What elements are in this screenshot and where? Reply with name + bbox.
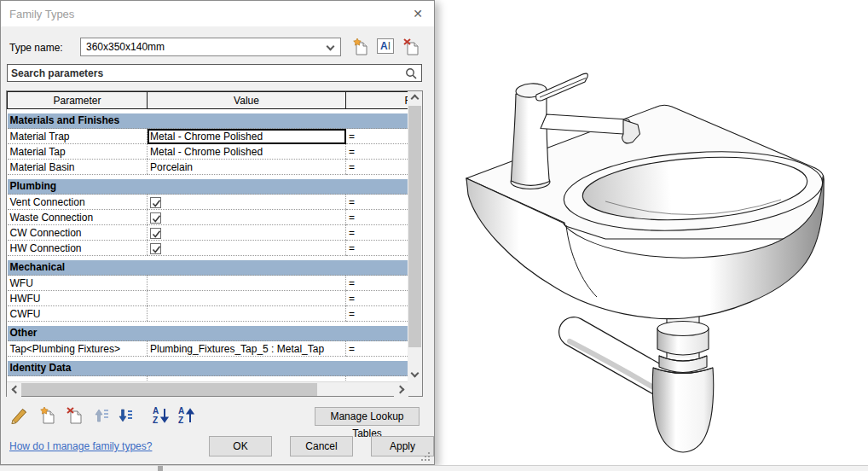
- parameter-value-cell[interactable]: Porcelain: [148, 160, 346, 175]
- help-link[interactable]: How do I manage family types?: [9, 440, 152, 452]
- search-input[interactable]: [11, 66, 399, 80]
- edit-parameter-button[interactable]: [9, 405, 30, 426]
- family-types-dialog: Family Types ✕ Type name: 360x350x140mm …: [0, 0, 435, 465]
- sort-az-up-icon: AZ: [176, 405, 197, 426]
- table-row: HW Connection=: [8, 241, 408, 256]
- dialog-title: Family Types: [9, 8, 74, 20]
- 3d-view-pane[interactable]: [435, 0, 868, 471]
- formula-cell[interactable]: =: [346, 225, 408, 241]
- parameter-name-cell: CW Connection: [8, 225, 148, 241]
- parameter-value-cell[interactable]: [148, 195, 346, 210]
- parameter-name-cell: Vent Connection: [8, 195, 148, 210]
- search-parameters-box[interactable]: [7, 64, 422, 82]
- parameter-value-cell[interactable]: [148, 241, 346, 256]
- value-checkbox[interactable]: [150, 228, 161, 239]
- section-header-label: Identity Data: [8, 361, 408, 376]
- sort-descending-button[interactable]: AZ: [176, 405, 197, 426]
- delete-parameter-button[interactable]: [64, 405, 84, 426]
- pane-divider[interactable]: [158, 466, 163, 471]
- value-checkbox[interactable]: [150, 212, 161, 224]
- move-down-button[interactable]: [113, 405, 134, 426]
- resize-grip[interactable]: [421, 452, 431, 462]
- new-type-button[interactable]: [350, 37, 370, 57]
- rename-type-button[interactable]: AI: [377, 38, 397, 59]
- dialog-titlebar[interactable]: Family Types ✕: [1, 1, 434, 26]
- value-checkbox[interactable]: [150, 197, 161, 208]
- search-icon: [404, 67, 418, 80]
- value-checkbox[interactable]: [150, 243, 161, 254]
- formula-cell[interactable]: =: [346, 276, 408, 291]
- scroll-left-button[interactable]: [7, 382, 21, 397]
- formula-cell[interactable]: =: [346, 291, 408, 306]
- horizontal-scrollbar[interactable]: [7, 381, 408, 396]
- ok-button[interactable]: OK: [209, 436, 272, 456]
- parameter-value-cell[interactable]: Metal - Chrome Polished: [148, 144, 346, 160]
- parameter-value-cell[interactable]: [148, 225, 346, 241]
- scroll-down-button[interactable]: [408, 367, 422, 381]
- formula-cell[interactable]: =: [346, 129, 408, 144]
- table-row: Material TapMetal - Chrome Polished=: [8, 144, 408, 160]
- section-header-label: Materials and Finishes: [8, 113, 408, 129]
- formula-cell[interactable]: =: [346, 241, 408, 256]
- parameter-value-cell[interactable]: [148, 210, 346, 225]
- section-header-row: Identity Data: [8, 361, 408, 376]
- formula-cell[interactable]: =: [346, 210, 408, 225]
- arrow-up-icon: [90, 405, 110, 426]
- table-row: Waste Connection=: [8, 210, 408, 225]
- formula-cell[interactable]: =: [346, 341, 408, 357]
- section-header-label: Other: [8, 326, 408, 341]
- chevron-left-icon: [11, 386, 20, 394]
- parameter-name-cell: Material Basin: [8, 160, 148, 175]
- parameter-value-cell[interactable]: [148, 276, 346, 291]
- screen: Family Types ✕ Type name: 360x350x140mm …: [0, 0, 868, 471]
- new-parameter-button[interactable]: [37, 405, 57, 426]
- svg-text:A: A: [178, 406, 184, 416]
- parameter-name-cell: CWFU: [8, 306, 148, 322]
- vertical-scrollbar[interactable]: [408, 91, 422, 381]
- type-name-value: 360x350x140mm: [86, 41, 165, 53]
- parameter-value-cell[interactable]: [148, 306, 346, 322]
- parameter-table-viewport: Parameter Value Formula Materials and Fi…: [7, 91, 408, 381]
- vertical-scroll-thumb[interactable]: [408, 106, 421, 347]
- parameter-name-cell: Material Tap: [8, 144, 148, 160]
- type-name-dropdown[interactable]: 360x350x140mm: [80, 38, 341, 56]
- column-header-parameter[interactable]: Parameter: [8, 92, 148, 109]
- chevron-down-icon: [411, 369, 420, 377]
- app-bottom-strip: [0, 465, 868, 471]
- parameter-name-cell: Material Trap: [8, 129, 148, 144]
- table-header-row: Parameter Value Formula: [8, 92, 408, 109]
- formula-cell[interactable]: =: [346, 144, 408, 160]
- chevron-right-icon: [396, 386, 404, 394]
- table-row: Material TrapMetal - Chrome Polished=: [8, 129, 408, 144]
- delete-type-button[interactable]: [401, 37, 421, 57]
- table-row: HWFU=: [8, 291, 408, 306]
- formula-cell[interactable]: =: [346, 195, 408, 210]
- table-row: Vent Connection=: [8, 195, 408, 210]
- chevron-up-icon: [411, 95, 420, 103]
- formula-cell[interactable]: =: [346, 306, 408, 322]
- scrollbar-corner: [408, 381, 422, 396]
- arrow-down-icon: [113, 405, 134, 426]
- table-row: Material BasinPorcelain=: [8, 160, 408, 175]
- parameter-value-cell[interactable]: [148, 291, 346, 306]
- pencil-icon: [9, 405, 30, 426]
- section-header-label: Plumbing: [8, 179, 408, 195]
- parameter-name-cell: HW Connection: [8, 241, 148, 256]
- formula-cell[interactable]: =: [346, 160, 408, 175]
- svg-text:Z: Z: [178, 416, 183, 425]
- parameter-table: Parameter Value Formula Materials and Fi…: [7, 91, 408, 381]
- section-header-row: Materials and Finishes: [8, 113, 408, 129]
- parameter-value-cell[interactable]: Plumbing_Fixtures_Tap_5 : Metal_Tap: [148, 341, 346, 357]
- column-header-formula[interactable]: Formula: [346, 92, 408, 109]
- parameter-value-cell[interactable]: Metal - Chrome Polished: [148, 129, 346, 144]
- move-up-button[interactable]: [90, 405, 110, 426]
- horizontal-scroll-thumb[interactable]: [21, 383, 317, 396]
- close-icon[interactable]: ✕: [408, 5, 427, 22]
- parameter-name-cell: WFU: [8, 276, 148, 291]
- scroll-right-button[interactable]: [394, 382, 408, 397]
- sort-ascending-button[interactable]: AZ: [151, 405, 171, 426]
- scroll-up-button[interactable]: [408, 91, 422, 106]
- cancel-button[interactable]: Cancel: [290, 436, 353, 456]
- manage-lookup-tables-button[interactable]: Manage Lookup Tables: [315, 407, 420, 426]
- column-header-value[interactable]: Value: [148, 92, 346, 109]
